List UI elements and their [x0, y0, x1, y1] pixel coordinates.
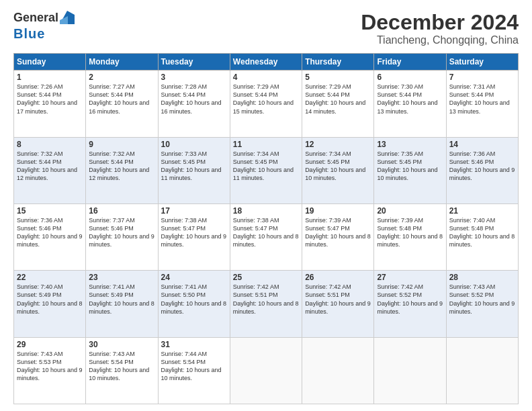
calendar-cell: 9 Sunrise: 7:32 AMSunset: 5:44 PMDayligh… — [86, 137, 158, 203]
calendar-cell: 23 Sunrise: 7:41 AMSunset: 5:49 PMDaylig… — [86, 271, 158, 337]
day-info: Sunrise: 7:42 AMSunset: 5:52 PMDaylight:… — [377, 283, 443, 314]
calendar-header-wednesday: Wednesday — [230, 54, 302, 71]
day-info: Sunrise: 7:33 AMSunset: 5:45 PMDaylight:… — [161, 150, 222, 181]
calendar-cell: 16 Sunrise: 7:37 AMSunset: 5:46 PMDaylig… — [86, 203, 158, 270]
calendar-cell: 7 Sunrise: 7:31 AMSunset: 5:44 PMDayligh… — [446, 71, 518, 137]
day-number: 14 — [449, 140, 515, 149]
calendar-cell: 13 Sunrise: 7:35 AMSunset: 5:45 PMDaylig… — [374, 137, 446, 203]
calendar-cell: 31 Sunrise: 7:44 AMSunset: 5:54 PMDaylig… — [158, 337, 230, 404]
day-number: 5 — [305, 73, 371, 82]
day-info: Sunrise: 7:32 AMSunset: 5:44 PMDaylight:… — [17, 150, 77, 181]
day-number: 12 — [305, 140, 371, 149]
day-info: Sunrise: 7:32 AMSunset: 5:44 PMDaylight:… — [89, 150, 149, 181]
day-number: 9 — [89, 140, 154, 149]
page: General Blue December 2024 Tiancheng, Ch… — [0, 0, 532, 411]
day-info: Sunrise: 7:34 AMSunset: 5:45 PMDaylight:… — [233, 150, 294, 181]
day-info: Sunrise: 7:36 AMSunset: 5:46 PMDaylight:… — [449, 150, 515, 181]
calendar-cell: 19 Sunrise: 7:39 AMSunset: 5:47 PMDaylig… — [302, 203, 374, 270]
calendar-cell: 3 Sunrise: 7:28 AMSunset: 5:44 PMDayligh… — [158, 71, 230, 137]
calendar-cell: 10 Sunrise: 7:33 AMSunset: 5:45 PMDaylig… — [158, 137, 230, 203]
calendar-cell: 29 Sunrise: 7:43 AMSunset: 5:53 PMDaylig… — [14, 337, 86, 404]
logo-general: General — [13, 11, 58, 24]
calendar-week-row: 22 Sunrise: 7:40 AMSunset: 5:49 PMDaylig… — [14, 271, 519, 337]
logo-icon — [60, 11, 75, 24]
day-number: 3 — [161, 73, 227, 82]
logo: General Blue — [13, 11, 75, 42]
day-number: 6 — [377, 73, 443, 82]
calendar-week-row: 8 Sunrise: 7:32 AMSunset: 5:44 PMDayligh… — [14, 137, 519, 203]
day-info: Sunrise: 7:41 AMSunset: 5:49 PMDaylight:… — [89, 283, 154, 314]
day-number: 4 — [233, 73, 299, 82]
day-info: Sunrise: 7:39 AMSunset: 5:48 PMDaylight:… — [377, 217, 443, 248]
day-number: 22 — [17, 273, 83, 282]
calendar-week-row: 1 Sunrise: 7:26 AMSunset: 5:44 PMDayligh… — [14, 71, 519, 137]
logo-blue-text: Blue — [13, 26, 45, 42]
calendar-cell — [230, 337, 302, 404]
calendar-week-row: 15 Sunrise: 7:36 AMSunset: 5:46 PMDaylig… — [14, 203, 519, 270]
day-number: 8 — [17, 140, 83, 149]
calendar-cell: 1 Sunrise: 7:26 AMSunset: 5:44 PMDayligh… — [14, 71, 86, 137]
calendar-cell — [446, 337, 518, 404]
day-number: 31 — [161, 340, 227, 349]
calendar-cell: 11 Sunrise: 7:34 AMSunset: 5:45 PMDaylig… — [230, 137, 302, 203]
day-number: 19 — [305, 206, 371, 216]
day-info: Sunrise: 7:43 AMSunset: 5:53 PMDaylight:… — [17, 351, 83, 381]
day-info: Sunrise: 7:34 AMSunset: 5:45 PMDaylight:… — [305, 150, 365, 181]
day-number: 26 — [305, 273, 371, 282]
calendar-cell: 8 Sunrise: 7:32 AMSunset: 5:44 PMDayligh… — [14, 137, 86, 203]
calendar-cell: 20 Sunrise: 7:39 AMSunset: 5:48 PMDaylig… — [374, 203, 446, 270]
calendar-cell: 27 Sunrise: 7:42 AMSunset: 5:52 PMDaylig… — [374, 271, 446, 337]
day-info: Sunrise: 7:41 AMSunset: 5:50 PMDaylight:… — [161, 283, 227, 314]
day-number: 17 — [161, 206, 227, 216]
day-number: 23 — [89, 273, 154, 282]
day-info: Sunrise: 7:39 AMSunset: 5:47 PMDaylight:… — [305, 217, 371, 248]
calendar-header-sunday: Sunday — [14, 54, 86, 71]
day-info: Sunrise: 7:35 AMSunset: 5:45 PMDaylight:… — [377, 150, 437, 181]
day-number: 7 — [449, 73, 515, 82]
day-info: Sunrise: 7:42 AMSunset: 5:51 PMDaylight:… — [305, 283, 371, 314]
calendar-cell: 15 Sunrise: 7:36 AMSunset: 5:46 PMDaylig… — [14, 203, 86, 270]
day-info: Sunrise: 7:29 AMSunset: 5:44 PMDaylight:… — [233, 83, 294, 114]
day-info: Sunrise: 7:38 AMSunset: 5:47 PMDaylight:… — [233, 217, 299, 248]
day-info: Sunrise: 7:26 AMSunset: 5:44 PMDaylight:… — [17, 83, 77, 114]
day-number: 27 — [377, 273, 443, 282]
day-info: Sunrise: 7:42 AMSunset: 5:51 PMDaylight:… — [233, 283, 299, 314]
month-title: December 2024 — [361, 11, 519, 34]
logo-text: General — [13, 11, 58, 26]
day-number: 20 — [377, 206, 443, 216]
calendar-cell: 28 Sunrise: 7:43 AMSunset: 5:52 PMDaylig… — [446, 271, 518, 337]
day-number: 29 — [17, 340, 83, 349]
day-number: 13 — [377, 140, 443, 149]
day-number: 25 — [233, 273, 299, 282]
calendar-cell: 25 Sunrise: 7:42 AMSunset: 5:51 PMDaylig… — [230, 271, 302, 337]
day-info: Sunrise: 7:38 AMSunset: 5:47 PMDaylight:… — [161, 217, 227, 248]
day-number: 28 — [449, 273, 515, 282]
calendar-week-row: 29 Sunrise: 7:43 AMSunset: 5:53 PMDaylig… — [14, 337, 519, 404]
calendar-cell: 2 Sunrise: 7:27 AMSunset: 5:44 PMDayligh… — [86, 71, 158, 137]
title-block: December 2024 Tiancheng, Chongqing, Chin… — [361, 11, 519, 46]
calendar-header-friday: Friday — [374, 54, 446, 71]
calendar-header-tuesday: Tuesday — [158, 54, 230, 71]
calendar-cell: 4 Sunrise: 7:29 AMSunset: 5:44 PMDayligh… — [230, 71, 302, 137]
day-info: Sunrise: 7:36 AMSunset: 5:46 PMDaylight:… — [17, 217, 83, 248]
day-number: 1 — [17, 73, 83, 82]
calendar-cell — [374, 337, 446, 404]
calendar-cell: 24 Sunrise: 7:41 AMSunset: 5:50 PMDaylig… — [158, 271, 230, 337]
day-number: 10 — [161, 140, 227, 149]
day-info: Sunrise: 7:40 AMSunset: 5:48 PMDaylight:… — [449, 217, 515, 248]
day-number: 18 — [233, 206, 299, 216]
calendar-cell: 22 Sunrise: 7:40 AMSunset: 5:49 PMDaylig… — [14, 271, 86, 337]
calendar-header-row: SundayMondayTuesdayWednesdayThursdayFrid… — [14, 54, 519, 71]
day-info: Sunrise: 7:40 AMSunset: 5:49 PMDaylight:… — [17, 283, 83, 314]
day-number: 24 — [161, 273, 227, 282]
calendar-cell — [302, 337, 374, 404]
location: Tiancheng, Chongqing, China — [361, 34, 519, 46]
calendar-cell: 30 Sunrise: 7:43 AMSunset: 5:54 PMDaylig… — [86, 337, 158, 404]
calendar-cell: 21 Sunrise: 7:40 AMSunset: 5:48 PMDaylig… — [446, 203, 518, 270]
day-info: Sunrise: 7:43 AMSunset: 5:52 PMDaylight:… — [449, 283, 515, 314]
calendar-table: SundayMondayTuesdayWednesdayThursdayFrid… — [13, 53, 519, 404]
calendar-header-monday: Monday — [86, 54, 158, 71]
calendar-header-thursday: Thursday — [302, 54, 374, 71]
day-number: 2 — [89, 73, 154, 82]
day-number: 21 — [449, 206, 515, 216]
